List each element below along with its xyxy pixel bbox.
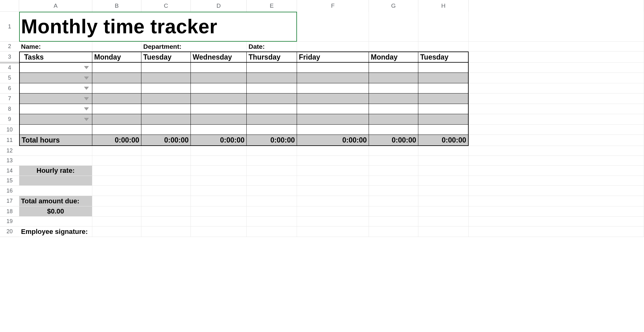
cell[interactable] xyxy=(247,146,297,156)
row-header-14[interactable]: 14 xyxy=(0,166,19,176)
time-cell[interactable] xyxy=(247,114,297,125)
cell[interactable] xyxy=(141,176,191,186)
cell[interactable] xyxy=(92,196,141,206)
time-cell[interactable] xyxy=(369,104,418,114)
cell[interactable] xyxy=(297,146,369,156)
row-header-15[interactable]: 15 xyxy=(0,176,19,186)
day-header[interactable]: Friday xyxy=(297,52,369,63)
cell[interactable] xyxy=(92,42,141,52)
cell[interactable] xyxy=(191,196,247,206)
time-cell[interactable] xyxy=(92,73,141,83)
cell[interactable] xyxy=(369,156,418,166)
cell[interactable] xyxy=(469,206,644,217)
cell[interactable] xyxy=(141,226,191,237)
cell[interactable] xyxy=(369,196,418,206)
row-header-6[interactable]: 6 xyxy=(0,83,19,93)
cell[interactable] xyxy=(141,156,191,166)
time-cell[interactable] xyxy=(369,93,418,104)
cell[interactable] xyxy=(369,176,418,186)
row-header-19[interactable]: 19 xyxy=(0,217,19,226)
cell[interactable] xyxy=(469,176,644,186)
cell[interactable] xyxy=(92,217,141,226)
cell[interactable] xyxy=(247,226,297,237)
cell[interactable] xyxy=(191,217,247,226)
cell[interactable] xyxy=(469,114,644,125)
task-dropdown[interactable] xyxy=(19,63,92,73)
cell[interactable] xyxy=(297,196,369,206)
cell[interactable] xyxy=(469,42,644,52)
cell[interactable] xyxy=(369,42,418,52)
cell[interactable] xyxy=(469,146,644,156)
row-header-13[interactable]: 13 xyxy=(0,156,19,166)
cell[interactable] xyxy=(141,196,191,206)
cell[interactable] xyxy=(369,217,418,226)
time-cell[interactable] xyxy=(297,63,369,73)
cell[interactable] xyxy=(418,196,469,206)
cell[interactable] xyxy=(191,206,247,217)
total-hours-value[interactable]: 0:00:00 xyxy=(141,135,191,146)
cell[interactable] xyxy=(247,217,297,226)
cell[interactable] xyxy=(247,196,297,206)
time-cell[interactable] xyxy=(92,93,141,104)
cell[interactable] xyxy=(369,166,418,176)
hourly-rate-value[interactable] xyxy=(19,176,92,186)
cell[interactable] xyxy=(191,156,247,166)
cell[interactable] xyxy=(469,166,644,176)
row-header-4[interactable]: 4 xyxy=(0,63,19,73)
cell[interactable] xyxy=(297,206,369,217)
row-header-20[interactable]: 20 xyxy=(0,226,19,237)
name-label[interactable]: Name: xyxy=(19,42,92,52)
total-hours-label[interactable]: Total hours xyxy=(19,135,92,146)
time-cell[interactable] xyxy=(297,93,369,104)
cell[interactable] xyxy=(469,63,644,73)
time-cell[interactable] xyxy=(369,73,418,83)
row-header-17[interactable]: 17 xyxy=(0,196,19,206)
row-header-18[interactable]: 18 xyxy=(0,206,19,217)
cell[interactable] xyxy=(469,135,644,146)
row-header-1[interactable]: 1 xyxy=(0,12,19,42)
total-hours-value[interactable]: 0:00:00 xyxy=(247,135,297,146)
cell[interactable] xyxy=(141,166,191,176)
time-cell[interactable] xyxy=(92,63,141,73)
column-header-B[interactable]: B xyxy=(92,0,141,12)
time-cell[interactable] xyxy=(141,83,191,93)
cell[interactable] xyxy=(247,166,297,176)
row-header-3[interactable]: 3 xyxy=(0,52,19,63)
time-cell[interactable] xyxy=(418,93,469,104)
cell[interactable] xyxy=(418,146,469,156)
cell[interactable] xyxy=(19,217,92,226)
cell[interactable] xyxy=(418,186,469,196)
time-cell[interactable] xyxy=(247,63,297,73)
cell[interactable] xyxy=(191,226,247,237)
cell[interactable] xyxy=(92,226,141,237)
cell[interactable] xyxy=(369,12,418,42)
time-cell[interactable] xyxy=(369,114,418,125)
cell[interactable] xyxy=(297,12,369,42)
time-cell[interactable] xyxy=(92,104,141,114)
cell[interactable] xyxy=(297,42,369,52)
day-header[interactable]: Thursday xyxy=(247,52,297,63)
time-cell[interactable] xyxy=(297,83,369,93)
cell[interactable] xyxy=(469,226,644,237)
cell[interactable] xyxy=(369,206,418,217)
select-all-corner[interactable] xyxy=(0,0,19,12)
time-cell[interactable] xyxy=(297,104,369,114)
cell[interactable] xyxy=(247,125,297,135)
column-header-E[interactable]: E xyxy=(247,0,297,12)
cell[interactable] xyxy=(297,186,369,196)
cell[interactable] xyxy=(418,206,469,217)
time-cell[interactable] xyxy=(191,83,247,93)
cell[interactable] xyxy=(297,217,369,226)
cell[interactable] xyxy=(297,125,369,135)
time-cell[interactable] xyxy=(141,114,191,125)
title-cell[interactable]: Monthly time tracker xyxy=(19,12,297,42)
cell[interactable] xyxy=(469,12,644,42)
cell[interactable] xyxy=(19,156,92,166)
cell[interactable] xyxy=(19,146,92,156)
row-header-10[interactable]: 10 xyxy=(0,125,19,135)
task-dropdown[interactable] xyxy=(19,114,92,125)
row-header-2[interactable]: 2 xyxy=(0,42,19,52)
task-dropdown[interactable] xyxy=(19,73,92,83)
day-header[interactable]: Monday xyxy=(92,52,141,63)
column-header-C[interactable]: C xyxy=(141,0,191,12)
